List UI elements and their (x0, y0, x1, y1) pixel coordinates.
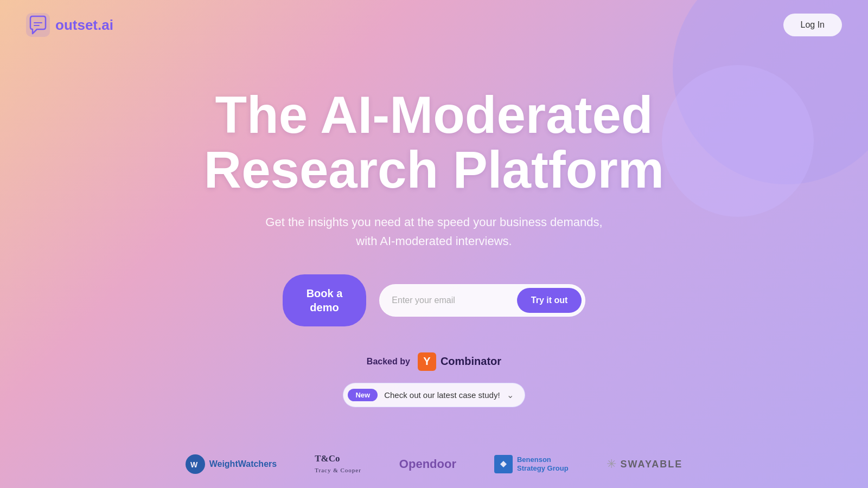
partner-logos-row: W WeightWatchers T&CoTracy & Cooper Open… (0, 453, 868, 475)
swayable-text: SWAYABLE (621, 459, 683, 470)
logo-icon (26, 13, 50, 37)
logo-name: outset (55, 17, 98, 33)
case-study-banner[interactable]: New Check out our latest case study! ⌄ (343, 383, 525, 407)
benenson-icon (494, 455, 513, 473)
benenson-text: BenensonStrategy Group (517, 455, 569, 472)
opendoor-logo: Opendoor (399, 457, 456, 471)
case-study-text: Check out our latest case study! (384, 390, 500, 400)
benenson-logo: BenensonStrategy Group (494, 455, 569, 473)
logo-accent: .ai (98, 17, 113, 33)
yc-icon: Y (418, 352, 436, 371)
ww-text: WeightWatchers (209, 459, 277, 469)
try-it-out-button[interactable]: Try it out (517, 288, 582, 313)
email-form: Try it out (379, 284, 585, 317)
logo: outset.ai (26, 13, 113, 37)
email-input[interactable] (392, 296, 512, 305)
weightwatchers-logo: W WeightWatchers (186, 454, 277, 474)
yc-logo: Y Combinator (418, 352, 501, 371)
hero-subtitle: Get the insights you need at the speed y… (265, 213, 602, 251)
logo-text: outset.ai (55, 17, 113, 34)
chevron-down-icon: ⌄ (507, 390, 514, 400)
new-badge: New (348, 389, 378, 401)
backed-by-row: Backed by Y Combinator (367, 352, 501, 371)
svg-text:W: W (190, 460, 198, 469)
combinator-text: Combinator (441, 355, 501, 368)
login-button[interactable]: Log In (783, 14, 842, 36)
navbar: outset.ai Log In (0, 0, 868, 50)
swayable-logo: ✳ SWAYABLE (607, 457, 683, 471)
tracy-cooper-logo: T&CoTracy & Cooper (315, 453, 361, 475)
ww-icon: W (186, 454, 205, 474)
swayable-icon: ✳ (607, 457, 616, 471)
backed-by-label: Backed by (367, 357, 410, 367)
book-demo-button[interactable]: Book ademo (283, 274, 367, 326)
hero-title: The AI-Moderated Research Platform (204, 88, 664, 197)
hero-section: The AI-Moderated Research Platform Get t… (0, 50, 868, 407)
opendoor-text: Opendoor (399, 457, 456, 471)
tc-text: T&CoTracy & Cooper (315, 453, 361, 475)
cta-row: Book ademo Try it out (283, 274, 586, 326)
